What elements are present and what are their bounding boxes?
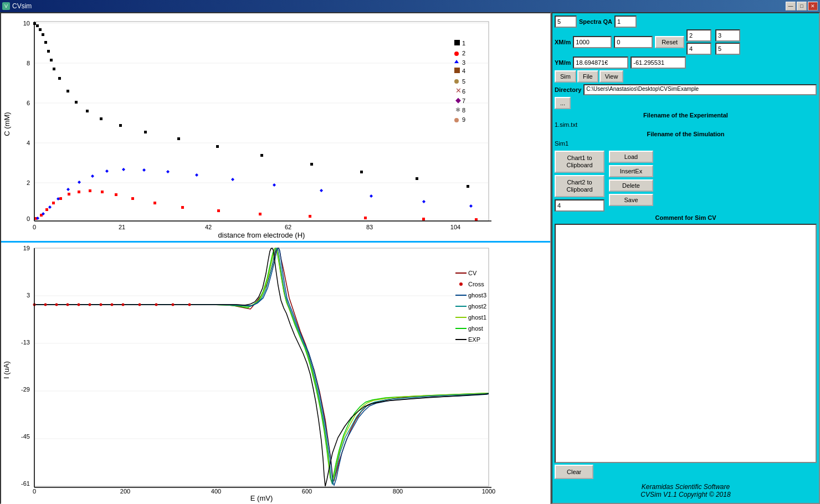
svg-rect-41 xyxy=(416,177,418,180)
svg-text:-45: -45 xyxy=(21,433,30,440)
maximize-button[interactable]: □ xyxy=(797,2,807,11)
num-input-4[interactable] xyxy=(686,43,711,55)
num-input-5[interactable] xyxy=(715,43,740,55)
svg-rect-23 xyxy=(39,28,42,31)
svg-text:2: 2 xyxy=(462,50,465,56)
svg-point-131 xyxy=(155,304,158,306)
svg-text:C (mM): C (mM) xyxy=(3,112,11,136)
svg-text:CV: CV xyxy=(468,270,477,276)
xm-input2[interactable] xyxy=(614,36,653,48)
charts-area: C (mM) distance from electrode (H) 10 8 … xyxy=(0,12,551,504)
svg-rect-54 xyxy=(153,202,156,204)
chart1-svg: C (mM) distance from electrode (H) 10 8 … xyxy=(1,13,552,243)
svg-text:2: 2 xyxy=(27,179,30,186)
svg-point-88 xyxy=(454,79,459,84)
svg-point-133 xyxy=(188,304,191,306)
svg-rect-38 xyxy=(260,154,263,157)
xm-input1[interactable] xyxy=(573,36,612,48)
title-bar-buttons[interactable]: — □ ✕ xyxy=(786,2,818,11)
svg-rect-27 xyxy=(50,59,53,61)
svg-text:4: 4 xyxy=(462,68,465,74)
svg-text:1: 1 xyxy=(462,40,465,47)
svg-text:4: 4 xyxy=(27,140,30,146)
close-button[interactable]: ✕ xyxy=(808,2,818,11)
svg-text:ghost2: ghost2 xyxy=(468,303,486,310)
svg-point-82 xyxy=(454,52,459,56)
svg-text:distance from electrode (H): distance from electrode (H) xyxy=(218,231,305,239)
load-button[interactable]: Load xyxy=(609,151,653,163)
svg-text:83: 83 xyxy=(366,224,373,230)
svg-rect-53 xyxy=(131,197,134,200)
svg-text:✕: ✕ xyxy=(455,86,462,95)
reset-button[interactable]: Reset xyxy=(655,36,684,48)
main-container: C (mM) distance from electrode (H) 10 8 … xyxy=(0,12,820,504)
svg-rect-55 xyxy=(181,206,184,209)
svg-point-128 xyxy=(111,304,114,306)
svg-text:21: 21 xyxy=(119,224,125,230)
svg-text:10: 10 xyxy=(23,20,30,27)
exp-filename-label: Filename of the Experimental xyxy=(555,111,817,120)
svg-rect-22 xyxy=(36,24,39,27)
svg-text:1000: 1000 xyxy=(482,488,495,495)
svg-rect-25 xyxy=(44,41,47,44)
svg-point-122 xyxy=(44,304,47,306)
minimize-button[interactable]: — xyxy=(786,2,796,11)
svg-rect-48 xyxy=(68,193,70,196)
svg-text:6: 6 xyxy=(462,88,465,95)
svg-rect-57 xyxy=(259,213,262,215)
directory-label: Directory xyxy=(555,86,581,93)
svg-rect-26 xyxy=(47,50,50,53)
svg-text:200: 200 xyxy=(120,488,130,495)
svg-text:5: 5 xyxy=(462,78,465,85)
ym-input2[interactable] xyxy=(631,56,686,69)
clear-button[interactable]: Clear xyxy=(555,465,593,479)
svg-text:ghost: ghost xyxy=(468,325,483,332)
insertex-button[interactable]: InsertEx xyxy=(609,165,653,177)
svg-rect-28 xyxy=(53,68,55,70)
num-input-3[interactable] xyxy=(715,29,740,42)
action-buttons-area: Chart1 to Clipboard Chart2 to Clipboard … xyxy=(555,151,817,212)
svg-rect-58 xyxy=(309,215,311,218)
sim-menu[interactable]: Sim xyxy=(555,70,576,83)
title-bar: V CVsim — □ ✕ xyxy=(0,0,820,12)
browse-row: ... xyxy=(555,97,817,109)
svg-rect-30 xyxy=(66,90,69,92)
ym-input1[interactable] xyxy=(573,56,628,69)
svg-text:800: 800 xyxy=(393,488,403,495)
svg-point-130 xyxy=(139,304,141,306)
chart1-clipboard-button[interactable]: Chart1 to Clipboard xyxy=(555,151,604,173)
svg-text:I (uA): I (uA) xyxy=(2,361,11,379)
title-bar-title: CVsim xyxy=(12,2,32,10)
file-menu[interactable]: File xyxy=(577,70,598,83)
spectra-qa-input[interactable] xyxy=(614,16,637,28)
footer-line2: CVSim V1.1 Copyright © 2018 xyxy=(557,491,814,498)
ym-label: YM/m xyxy=(555,59,571,66)
right-panel: Spectra QA XM/m Reset YM/m Sim xyxy=(551,12,820,504)
spectra-num-input[interactable] xyxy=(555,16,577,28)
delete-button[interactable]: Delete xyxy=(609,179,653,192)
svg-rect-45 xyxy=(45,208,48,211)
svg-point-132 xyxy=(172,304,175,306)
browse-button[interactable]: ... xyxy=(555,97,571,109)
save-button[interactable]: Save xyxy=(609,194,653,206)
svg-text:✱: ✱ xyxy=(455,106,460,113)
svg-rect-56 xyxy=(217,209,220,212)
footer: Keramidas Scientific Software CVSim V1.1… xyxy=(555,481,817,501)
chart2-clipboard-button[interactable]: Chart2 to Clipboard xyxy=(555,175,604,197)
svg-text:3: 3 xyxy=(462,59,465,66)
chart2-svg: I (uA) E (mV) 19 3 -13 -29 -45 -61 0 xyxy=(1,243,552,504)
sim-number-input[interactable] xyxy=(555,199,604,212)
svg-text:0: 0 xyxy=(33,488,36,495)
svg-rect-50 xyxy=(89,189,91,192)
title-bar-left: V CVsim xyxy=(2,2,32,10)
ym-row: YM/m xyxy=(555,56,817,69)
svg-rect-37 xyxy=(216,145,219,148)
svg-rect-24 xyxy=(42,33,44,36)
num-grid xyxy=(686,29,743,55)
svg-rect-60 xyxy=(422,218,425,220)
num-input-2[interactable] xyxy=(686,29,711,42)
view-menu[interactable]: View xyxy=(599,70,624,83)
comment-textarea[interactable] xyxy=(555,224,817,463)
svg-text:E (mV): E (mV) xyxy=(250,494,273,502)
action-right-buttons: Load InsertEx Delete Save xyxy=(609,151,653,212)
